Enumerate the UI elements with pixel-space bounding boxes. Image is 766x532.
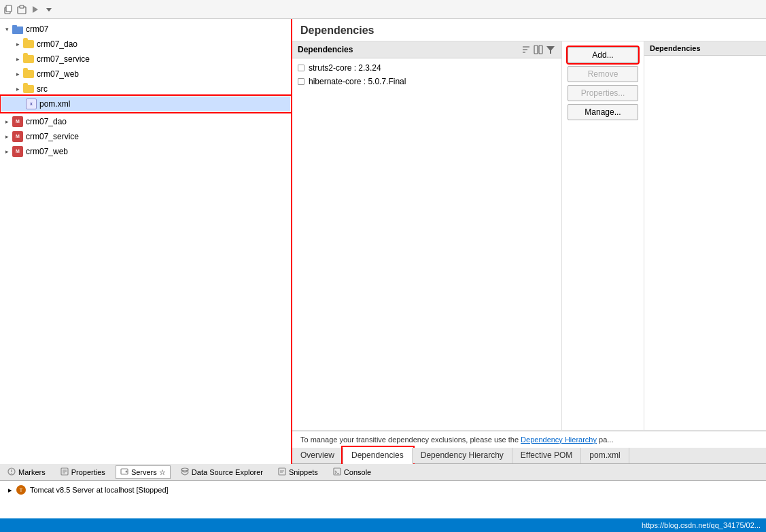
markers-tab[interactable]: Markers [3, 465, 50, 479]
dep-item-hibernate[interactable]: hibernate-core : 5.0.7.Final [292, 75, 561, 88]
tree-label: crm07_dao [37, 38, 77, 50]
tree-item-crm07-web-folder[interactable]: ▸ crm07_web [0, 67, 292, 82]
console-tab[interactable]: Console [328, 465, 376, 479]
dep-content: Dependencies [292, 41, 766, 448]
svg-rect-12 [539, 46, 542, 54]
snippets-tab-icon [278, 467, 286, 477]
columns-icon[interactable] [533, 44, 544, 55]
tree-label: pom.xml [39, 98, 70, 110]
copy-icon[interactable] [3, 4, 14, 15]
dependency-hierarchy-link[interactable]: Dependency Hierarchy [521, 436, 597, 444]
tab-dependencies[interactable]: Dependencies [343, 448, 413, 464]
project-explorer: ▾ crm07 ▸ crm07_dao ▸ crm07_service ▸ [0, 19, 292, 464]
markers-tab-icon [7, 467, 16, 477]
tree-arrow: ▸ [14, 85, 22, 93]
remove-dependency-button[interactable]: Remove [568, 66, 638, 82]
maven-project-icon: M [12, 116, 23, 127]
add-dependency-button[interactable]: Add... [568, 47, 638, 63]
svg-marker-5 [46, 8, 52, 12]
properties-tab-icon [60, 467, 69, 477]
tree-item-src-folder[interactable]: ▸ src [0, 82, 292, 96]
tree-arrow: ▸ [14, 40, 22, 48]
tab-bar: Overview Dependencies Dependency Hierarc… [292, 448, 766, 464]
dropdown-icon[interactable] [43, 4, 54, 15]
tree-label: crm07_service [26, 130, 79, 143]
dependencies-editor: Dependencies Dependencies [292, 19, 766, 464]
dep-list-header: Dependencies [292, 41, 561, 58]
tree-arrow: ▸ [3, 118, 11, 126]
scope-header-label: Dependencies [644, 41, 766, 56]
svg-rect-1 [6, 5, 12, 12]
run-icon[interactable] [30, 4, 41, 15]
filter-icon[interactable] [545, 44, 556, 55]
sort-icon[interactable] [521, 44, 532, 55]
dependencies-title: Dependencies [292, 19, 766, 41]
tree-item-crm07-dao-project[interactable]: ▸ M crm07_dao [0, 114, 292, 129]
folder-icon [23, 69, 34, 79]
datasource-tab-label: Data Source Explorer [192, 468, 263, 476]
folder-icon [23, 54, 34, 65]
properties-button[interactable]: Properties... [568, 85, 638, 101]
tree-label: crm07_service [37, 53, 90, 65]
tree-item-pom-xml[interactable]: x pom.xml [1, 96, 290, 111]
server-label: Tomcat v8.5 Server at localhost [Stopped… [30, 486, 169, 494]
dep-list-content: struts2-core : 2.3.24 hibernate-core : 5… [292, 58, 561, 430]
dep-item-struts2[interactable]: struts2-core : 2.3.24 [292, 61, 561, 75]
tree-label: crm07_web [37, 68, 79, 80]
tree-item-crm07-service-folder[interactable]: ▸ crm07_service [0, 52, 292, 67]
tree-arrow: ▸ [3, 147, 11, 156]
snippets-tab-label: Snippets [289, 468, 318, 476]
status-bar: https://blog.csdn.net/qq_34175/02... [0, 518, 766, 532]
tree-item-crm07-web-project[interactable]: ▸ M crm07_web [0, 144, 292, 159]
svg-point-22 [125, 471, 127, 473]
console-tab-icon [333, 467, 341, 477]
servers-tab[interactable]: Servers ☆ [116, 465, 171, 479]
dep-scope-section: Dependencies [644, 41, 766, 430]
svg-point-23 [181, 468, 188, 471]
tab-dependency-hierarchy[interactable]: Dependency Hierarchy [413, 448, 512, 463]
tab-pom-xml[interactable]: pom.xml [581, 448, 629, 463]
dep-table-area: Dependencies [292, 41, 766, 431]
manage-button[interactable]: Manage... [568, 104, 638, 120]
svg-marker-4 [33, 6, 38, 13]
bottom-panel: Markers Properties Servers ☆ Data Source… [0, 464, 766, 518]
dep-actions: Add... Remove Properties... Manage... [562, 41, 644, 430]
dep-item-label: hibernate-core : 5.0.7.Final [309, 77, 406, 86]
tree-label: crm07_dao [26, 116, 67, 128]
tomcat-icon: T [16, 485, 26, 495]
properties-tab[interactable]: Properties [56, 465, 110, 479]
paste-icon[interactable] [16, 4, 27, 15]
snippets-tab[interactable]: Snippets [273, 465, 323, 479]
dep-item-icon [298, 65, 304, 71]
tab-effective-pom[interactable]: Effective POM [512, 448, 581, 463]
server-list-item[interactable]: ▸ T Tomcat v8.5 Server at localhost [Sto… [5, 484, 761, 496]
tree-arrow: ▸ [14, 70, 22, 78]
tree-label: crm07_web [26, 145, 68, 158]
svg-rect-24 [279, 468, 285, 475]
data-source-tab[interactable]: Data Source Explorer [176, 465, 268, 479]
tree-arrow: ▾ [3, 25, 11, 33]
tab-overview[interactable]: Overview [292, 448, 343, 463]
dep-section-label: Dependencies [298, 45, 353, 54]
dep-list-section: Dependencies [292, 41, 562, 430]
datasource-tab-icon [181, 467, 189, 477]
markers-tab-label: Markers [18, 468, 46, 476]
tree-item-crm07-root[interactable]: ▾ crm07 [0, 22, 292, 37]
tree-item-crm07-dao-folder[interactable]: ▸ crm07_dao [0, 37, 292, 52]
main-area: ▾ crm07 ▸ crm07_dao ▸ crm07_service ▸ [0, 19, 766, 464]
tree-label: src [37, 83, 48, 95]
tree-item-crm07-service-project[interactable]: ▸ M crm07_service [0, 129, 292, 144]
tree-arrow: ▸ [14, 55, 22, 63]
tree-label: crm07 [26, 23, 48, 35]
bottom-panel-content: ▸ T Tomcat v8.5 Server at localhost [Sto… [0, 481, 766, 518]
expand-arrow: ▸ [8, 486, 12, 495]
maven-project-icon: M [12, 131, 23, 142]
scope-header-text: Dependencies [650, 44, 701, 52]
footer-message: To manage your transitive dependency exc… [292, 431, 766, 448]
svg-rect-7 [12, 25, 17, 27]
servers-tab-label: Servers ☆ [131, 468, 166, 477]
properties-tab-label: Properties [71, 468, 105, 476]
svg-rect-11 [534, 46, 538, 54]
footer-suffix: pa... [597, 436, 613, 444]
tree-arrow: ▸ [3, 132, 11, 141]
